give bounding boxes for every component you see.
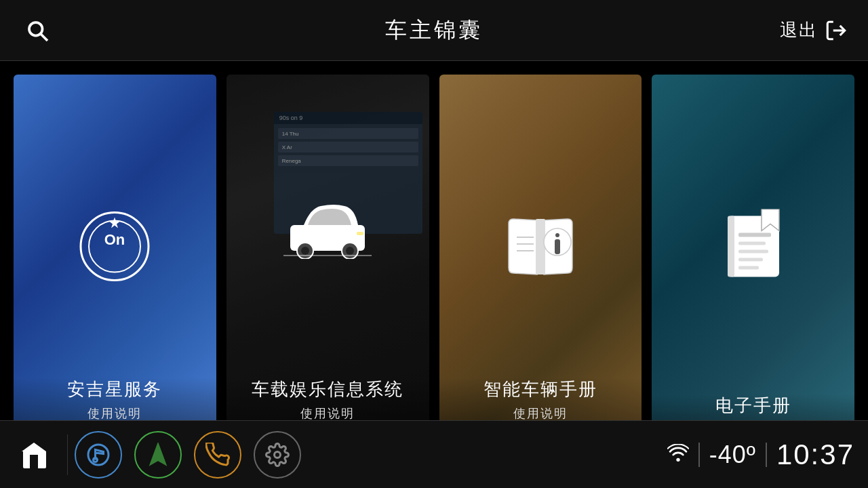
screen-row-3: Renega (278, 155, 418, 166)
header: 车主锦囊 退出 (0, 0, 868, 61)
book-i-icon (503, 214, 578, 281)
svg-rect-17 (555, 239, 560, 254)
page-title: 车主锦囊 (385, 16, 483, 45)
home-button[interactable] (14, 434, 68, 475)
screen-row-2: X Ar (278, 142, 418, 152)
ebook-icon (719, 209, 787, 284)
exit-label: 退出 (780, 18, 818, 42)
phone-icon (205, 443, 230, 467)
status-divider (698, 443, 700, 467)
music-button[interactable] (75, 431, 122, 479)
phone-button[interactable] (194, 431, 241, 479)
card-subtitle-infotainment: 使用说明 (226, 405, 429, 422)
car-icon-wrap (283, 198, 372, 259)
exit-icon (825, 19, 848, 42)
onstar-logo-icon: On (77, 209, 152, 284)
svg-point-28 (88, 445, 108, 465)
svg-rect-23 (738, 233, 771, 237)
svg-point-9 (301, 247, 309, 255)
car-icon (283, 198, 372, 259)
svg-rect-14 (536, 219, 545, 274)
navigation-button[interactable] (134, 431, 182, 479)
card-subtitle-smart-manual: 使用说明 (439, 405, 642, 422)
svg-point-0 (29, 22, 43, 36)
wifi-icon (667, 444, 689, 466)
svg-marker-30 (151, 445, 165, 464)
svg-rect-24 (738, 242, 766, 245)
screen-row-1: 14 Thu (278, 128, 418, 139)
screen-body: 14 Thu X Ar Renega (274, 124, 422, 170)
card-title-smart-manual: 智能车辆手册 (439, 378, 642, 401)
home-icon (18, 439, 50, 471)
card-title-infotainment: 车载娱乐信息系统 (226, 378, 429, 401)
book-i-icon-wrap (503, 214, 578, 281)
svg-point-31 (275, 451, 281, 458)
search-icon (25, 18, 50, 43)
svg-marker-6 (109, 218, 120, 228)
card-smart-manual[interactable]: 智能车辆手册 使用说明 (439, 75, 642, 441)
card-subtitle-onstar: 使用说明 (14, 405, 216, 422)
screen-header: 90s on 9 (274, 112, 422, 124)
main-grid: On 安吉星服务 使用说明 90s on 9 14 Thu X Ar (0, 61, 868, 454)
svg-rect-26 (738, 258, 763, 262)
taskbar: -40º 10:37 (0, 420, 868, 488)
svg-text:On: On (104, 231, 125, 248)
navigation-icon (146, 443, 170, 467)
svg-rect-22 (728, 216, 734, 277)
svg-point-16 (555, 233, 559, 237)
card-title-onstar: 安吉星服务 (14, 378, 216, 401)
taskbar-apps (75, 431, 667, 479)
onstar-icon-wrap: On (77, 209, 152, 284)
search-button[interactable] (20, 14, 54, 47)
temperature-display: -40º (709, 441, 756, 469)
music-icon (86, 443, 111, 467)
status-divider-2 (766, 443, 767, 467)
svg-rect-25 (738, 250, 768, 253)
svg-line-1 (41, 34, 47, 41)
ebook-icon-wrap (719, 209, 787, 284)
svg-rect-12 (357, 232, 363, 235)
time-display: 10:37 (776, 439, 854, 471)
svg-point-11 (346, 247, 354, 255)
settings-icon (265, 443, 290, 467)
exit-button[interactable]: 退出 (780, 18, 848, 42)
settings-button[interactable] (254, 431, 301, 479)
card-onstar[interactable]: On 安吉星服务 使用说明 (14, 75, 216, 441)
taskbar-status: -40º 10:37 (667, 439, 854, 471)
card-title-e-manual: 电子手册 (652, 394, 854, 418)
svg-rect-27 (738, 266, 759, 270)
card-e-manual[interactable]: 电子手册 (652, 75, 854, 441)
card-infotainment[interactable]: 90s on 9 14 Thu X Ar Renega (226, 75, 429, 441)
